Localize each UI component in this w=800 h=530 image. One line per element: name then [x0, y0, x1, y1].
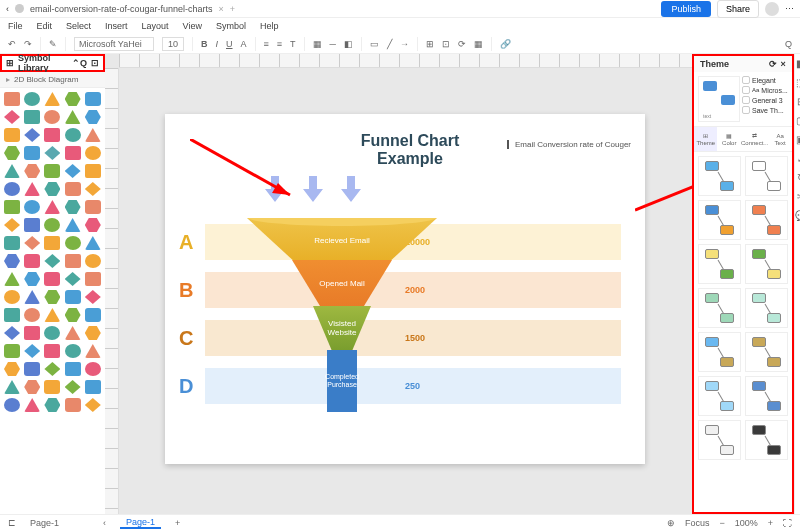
- zoom-out-icon[interactable]: −: [719, 518, 724, 528]
- shape-swatch[interactable]: [85, 290, 101, 304]
- table-icon[interactable]: ▦: [474, 39, 483, 49]
- search-icon[interactable]: Q: [785, 39, 792, 49]
- shape-swatch[interactable]: [4, 308, 20, 322]
- shape-swatch[interactable]: [24, 218, 40, 232]
- menu-symbol[interactable]: Symbol: [216, 21, 246, 31]
- shape-swatch[interactable]: [24, 110, 40, 124]
- shape-swatch[interactable]: [44, 308, 60, 322]
- document-title[interactable]: email-conversion-rate-of-cougar-funnel-c…: [30, 4, 213, 14]
- shape-swatch[interactable]: [24, 308, 40, 322]
- shape-swatch[interactable]: [24, 146, 40, 160]
- shape-swatch[interactable]: [85, 110, 101, 124]
- shape-swatch[interactable]: [85, 398, 101, 412]
- shape-swatch[interactable]: [44, 254, 60, 268]
- funnel-seg-1[interactable]: Recieved Email: [247, 208, 437, 260]
- underline-button[interactable]: U: [226, 39, 233, 49]
- theme-card[interactable]: [698, 156, 741, 196]
- theme-card[interactable]: [698, 332, 741, 372]
- shape-swatch[interactable]: [4, 272, 20, 286]
- theme-card[interactable]: [698, 244, 741, 284]
- theme-card[interactable]: [745, 288, 788, 328]
- shape-swatch[interactable]: [85, 254, 101, 268]
- layers-icon[interactable]: ▢: [796, 115, 800, 126]
- avatar[interactable]: [765, 2, 779, 16]
- shape-swatch[interactable]: [44, 128, 60, 142]
- shape-swatch[interactable]: [4, 218, 20, 232]
- shape-swatch[interactable]: [4, 398, 20, 412]
- shape-swatch[interactable]: [24, 380, 40, 394]
- share-button[interactable]: Share: [717, 0, 759, 18]
- theme-card[interactable]: [745, 376, 788, 416]
- shape-swatch[interactable]: [65, 344, 81, 358]
- align-icon[interactable]: ⊞: [426, 39, 434, 49]
- fill-icon[interactable]: ▦: [313, 39, 322, 49]
- chart-subtitle[interactable]: Email Conversion rate of Couger: [507, 140, 631, 149]
- shape-swatch[interactable]: [85, 308, 101, 322]
- theme-preview[interactable]: text: [698, 76, 740, 122]
- zoom-in-icon[interactable]: +: [768, 518, 773, 528]
- page[interactable]: Funnel Chart Example Email Conversion ra…: [165, 114, 645, 464]
- italic-button[interactable]: I: [216, 39, 219, 49]
- shape-swatch[interactable]: [85, 344, 101, 358]
- shape-swatch[interactable]: [4, 128, 20, 142]
- shape-swatch[interactable]: [65, 146, 81, 160]
- funnel-seg-2[interactable]: Opened Mail: [292, 260, 392, 306]
- pin-icon[interactable]: ⟳: [769, 59, 777, 69]
- funnel-seg-3[interactable]: Visisted Website: [313, 306, 371, 350]
- shape-swatch[interactable]: [24, 272, 40, 286]
- prev-page-icon[interactable]: ‹: [103, 518, 106, 528]
- filter-icon[interactable]: ⊡: [91, 58, 99, 68]
- image-icon[interactable]: ▣: [796, 134, 800, 145]
- shape-swatch[interactable]: [24, 200, 40, 214]
- shape-swatch[interactable]: [65, 254, 81, 268]
- tab-color[interactable]: ▦Color: [717, 127, 740, 151]
- shape-swatch[interactable]: [44, 290, 60, 304]
- menu-edit[interactable]: Edit: [37, 21, 53, 31]
- shape-swatch[interactable]: [24, 398, 40, 412]
- bold-button[interactable]: B: [201, 39, 208, 49]
- shape-swatch[interactable]: [24, 92, 40, 106]
- add-tab-icon[interactable]: +: [230, 4, 235, 14]
- shape-swatch[interactable]: [85, 362, 101, 376]
- theme-card[interactable]: [698, 288, 741, 328]
- shape-swatch[interactable]: [85, 164, 101, 178]
- shape-line-icon[interactable]: ╱: [387, 39, 392, 49]
- theme-opt-elegant[interactable]: Elegant: [742, 76, 788, 84]
- theme-opt-save[interactable]: Save Th...: [742, 106, 788, 114]
- menu-view[interactable]: View: [183, 21, 202, 31]
- collapse-icon[interactable]: ⊏: [8, 518, 16, 528]
- shape-swatch[interactable]: [44, 362, 60, 376]
- tab-text[interactable]: AaText: [768, 127, 791, 151]
- theme-card[interactable]: [698, 420, 741, 460]
- shape-swatch[interactable]: [24, 182, 40, 196]
- shape-swatch[interactable]: [65, 326, 81, 340]
- menu-file[interactable]: File: [8, 21, 23, 31]
- shape-swatch[interactable]: [65, 128, 81, 142]
- menu-help[interactable]: Help: [260, 21, 279, 31]
- shape-swatch[interactable]: [4, 110, 20, 124]
- shape-swatch[interactable]: [85, 380, 101, 394]
- shape-swatch[interactable]: [4, 362, 20, 376]
- shapes-icon[interactable]: ⬚: [796, 77, 800, 88]
- shape-swatch[interactable]: [44, 200, 60, 214]
- shape-swatch[interactable]: [24, 128, 40, 142]
- shape-swatch[interactable]: [65, 236, 81, 250]
- shape-swatch[interactable]: [4, 380, 20, 394]
- group-icon[interactable]: ⊡: [442, 39, 450, 49]
- shape-swatch[interactable]: [85, 326, 101, 340]
- shape-swatch[interactable]: [65, 200, 81, 214]
- shape-swatch[interactable]: [85, 146, 101, 160]
- brush-icon[interactable]: ✎: [49, 39, 57, 49]
- shape-swatch[interactable]: [4, 182, 20, 196]
- align-left-icon[interactable]: ≡: [264, 39, 269, 49]
- menu-select[interactable]: Select: [66, 21, 91, 31]
- shape-swatch[interactable]: [85, 92, 101, 106]
- arrow-icon[interactable]: [303, 176, 323, 202]
- shape-swatch[interactable]: [24, 164, 40, 178]
- shape-rect-icon[interactable]: ▭: [370, 39, 379, 49]
- shape-swatch[interactable]: [24, 236, 40, 250]
- canvas[interactable]: Funnel Chart Example Email Conversion ra…: [105, 54, 692, 514]
- close-tab-icon[interactable]: ×: [219, 4, 224, 14]
- shape-swatch[interactable]: [65, 308, 81, 322]
- theme-card[interactable]: [698, 200, 741, 240]
